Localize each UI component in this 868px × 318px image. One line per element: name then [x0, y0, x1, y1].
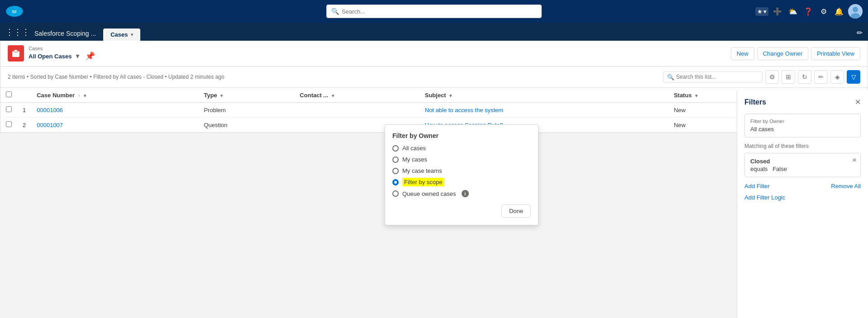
col-subject-label: Subject [425, 92, 446, 99]
cell-type: Problem [198, 103, 294, 118]
cases-breadcrumb: Cases [29, 46, 731, 51]
filter-condition-close-icon[interactable]: ✕ [852, 157, 857, 163]
cases-tab[interactable]: Cases ▾ [103, 28, 140, 41]
done-btn-row: Done [392, 204, 531, 218]
star-icon: ★ [757, 8, 763, 15]
cases-title-group: Cases All Open Cases ▼ 📌 [29, 46, 731, 61]
app-name: Salesforce Scoping ... [34, 30, 96, 41]
columns-icon[interactable]: ⊞ [782, 70, 795, 84]
filter-condition-value: equals False [750, 166, 855, 172]
settings-list-icon[interactable]: ⚙ [765, 70, 779, 84]
add-icon[interactable]: ➕ [771, 5, 784, 18]
radio-my-cases[interactable]: My cases [392, 156, 531, 163]
list-search-input[interactable] [676, 74, 758, 80]
col-contact-chevron: ▾ [332, 93, 334, 98]
subject-link[interactable]: Not able to access the system [425, 107, 503, 114]
chevron-down-icon: ▾ [763, 8, 767, 15]
radio-queue-owned[interactable]: Queue owned cases i [392, 190, 531, 197]
search-wrapper: 🔍 [321, 0, 547, 23]
search-input[interactable] [342, 8, 537, 15]
col-contact[interactable]: Contact ... ▾ [294, 88, 419, 103]
col-type[interactable]: Type ▾ [198, 88, 294, 103]
filter-owner-card: Filter by Owner All cases [744, 114, 861, 138]
svg-point-3 [853, 7, 858, 12]
toolbar-search-icon: 🔍 [667, 74, 674, 81]
help-icon[interactable]: ❓ [802, 5, 815, 18]
col-status-label: Status [674, 92, 692, 99]
done-button[interactable]: Done [501, 204, 531, 218]
col-status-chevron: ▾ [695, 93, 697, 98]
filter-condition-card: ✕ Closed equals False [744, 153, 861, 177]
change-owner-button[interactable]: Change Owner [757, 47, 808, 60]
radio-queue-owned-btn[interactable] [392, 190, 399, 197]
add-filter-link[interactable]: Add Filter [744, 183, 770, 190]
filter-condition-field: Closed [750, 158, 855, 165]
filter-owner-dropdown: Filter by Owner All cases My cases My ca… [385, 124, 539, 225]
cases-icon [8, 45, 24, 62]
tab-chevron-icon: ▾ [131, 32, 133, 37]
edit-list-icon[interactable]: ✏ [814, 70, 828, 84]
row-number: 2 [17, 118, 31, 133]
cases-title-dropdown-icon[interactable]: ▼ [74, 52, 81, 60]
cases-title-text: All Open Cases [29, 53, 72, 60]
chart-icon[interactable]: ◈ [830, 70, 844, 84]
filter-by-scope-highlight: Filter by scope [402, 178, 444, 186]
cell-case-number: 00001007 [31, 118, 198, 133]
radio-my-case-teams[interactable]: My case teams [392, 167, 531, 174]
radio-all-cases[interactable]: All cases [392, 145, 531, 152]
avatar[interactable] [848, 4, 863, 19]
radio-my-cases-label: My cases [402, 156, 427, 163]
tab-label: Cases [110, 31, 128, 38]
filter-owner-card-value: All cases [750, 126, 855, 133]
toolbar-row: 2 items • Sorted by Case Number • Filter… [0, 66, 868, 88]
select-all-checkbox[interactable] [0, 88, 17, 103]
pin-icon[interactable]: 📌 [85, 51, 95, 61]
radio-my-cases-btn[interactable] [392, 157, 399, 163]
col-case-number[interactable]: Case Number ↑ ▾ [31, 88, 198, 103]
notifications-icon[interactable]: 🔔 [833, 5, 845, 18]
sort-asc-icon: ↑ [78, 93, 80, 98]
col-type-chevron: ▾ [220, 93, 223, 98]
settings-icon[interactable]: ⚙ [817, 5, 830, 18]
svg-rect-6 [14, 50, 18, 52]
printable-view-button[interactable]: Printable View [811, 47, 860, 60]
matching-section-title: Matching all of these filters [744, 143, 861, 149]
header-actions: New Change Owner Printable View [731, 47, 860, 60]
tab-bar: ⋮⋮⋮ Salesforce Scoping ... Cases ▾ ✏ [0, 23, 868, 41]
filter-operator: equals [750, 166, 768, 172]
new-button[interactable]: New [731, 47, 754, 60]
case-number-link[interactable]: 00001007 [37, 122, 63, 128]
col-type-label: Type [204, 92, 217, 99]
add-filter-logic-link[interactable]: Add Filter Logic [744, 194, 861, 201]
col-subject[interactable]: Subject ▾ [420, 88, 668, 103]
grid-menu-icon[interactable]: ⋮⋮⋮ [5, 27, 30, 41]
radio-all-cases-btn[interactable] [392, 145, 399, 152]
salesforce-logo[interactable]: SF [5, 2, 24, 20]
filter-icon[interactable]: ▽ [847, 70, 860, 84]
radio-my-case-teams-btn[interactable] [392, 168, 399, 174]
col-case-number-label: Case Number [37, 92, 75, 99]
meta-text: 2 items • Sorted by Case Number • Filter… [8, 74, 660, 80]
cell-contact [294, 103, 419, 118]
radio-filter-by-scope-btn[interactable] [392, 179, 399, 185]
radio-all-cases-label: All cases [402, 145, 426, 152]
radio-queue-owned-label: Queue owned cases [402, 190, 456, 197]
col-contact-label: Contact ... [300, 92, 328, 99]
favorites-button[interactable]: ★ ▾ [755, 7, 768, 16]
filter-links: Add Filter Remove All [744, 183, 861, 190]
edit-nav-icon[interactable]: ✏ [857, 28, 863, 41]
radio-filter-by-scope[interactable]: Filter by scope [392, 179, 531, 185]
success-icon[interactable]: ⛅ [787, 5, 799, 18]
cell-subject: Not able to access the system [420, 103, 668, 118]
row-checkbox[interactable] [0, 103, 17, 118]
case-number-link[interactable]: 00001006 [37, 107, 63, 114]
search-icon: 🔍 [331, 8, 339, 15]
refresh-icon[interactable]: ↻ [798, 70, 811, 84]
row-checkbox[interactable] [0, 118, 17, 133]
info-icon[interactable]: i [462, 190, 469, 197]
cell-case-number: 00001006 [31, 103, 198, 118]
top-nav-right: ★ ▾ ➕ ⛅ ❓ ⚙ 🔔 [755, 4, 863, 19]
filters-close-icon[interactable]: ✕ [855, 98, 861, 106]
filters-panel-header: Filters ✕ [744, 98, 861, 106]
remove-all-link[interactable]: Remove All [831, 183, 861, 190]
